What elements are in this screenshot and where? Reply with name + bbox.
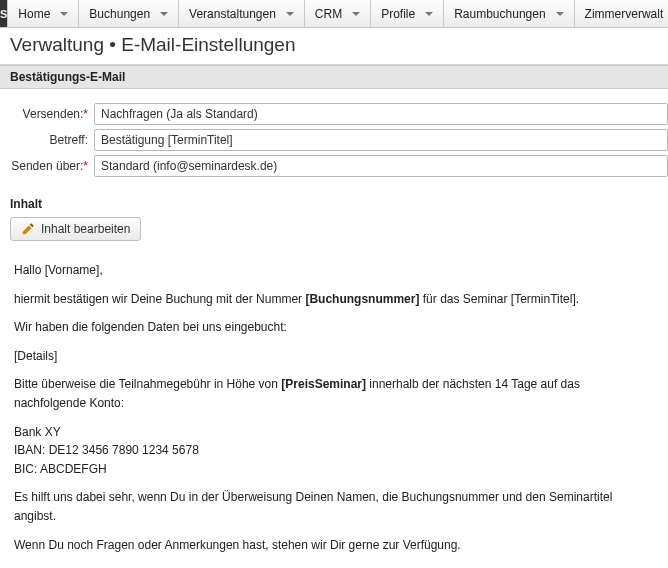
chevron-down-icon (425, 12, 433, 16)
nav-zimmerverwaltung[interactable]: Zimmerverwalt (575, 0, 668, 27)
edit-content-label: Inhalt bearbeiten (41, 222, 130, 236)
section-header: Bestätigungs-E-Mail (0, 65, 668, 89)
nav-buchungen-label: Buchungen (89, 7, 150, 21)
nav-veranstaltungen-label: Veranstaltungen (189, 7, 276, 21)
app-logo[interactable]: S (0, 0, 8, 27)
send-label: Versenden:* (0, 107, 94, 121)
edit-content-button[interactable]: Inhalt bearbeiten (10, 217, 141, 241)
nav-profile[interactable]: Profile (371, 0, 444, 27)
content-heading: Inhalt (0, 191, 668, 215)
subject-label: Betreff: (0, 133, 94, 147)
via-select[interactable] (94, 155, 668, 177)
nav-crm[interactable]: CRM (305, 0, 371, 27)
email-body-preview: Hallo [Vorname], hiermit bestätigen wir … (0, 247, 668, 568)
nav-profile-label: Profile (381, 7, 415, 21)
top-nav: S Home Buchungen Veranstaltungen CRM Pro… (0, 0, 668, 28)
nav-buchungen[interactable]: Buchungen (79, 0, 179, 27)
body-help: Es hilft uns dabei sehr, wenn Du in der … (14, 488, 654, 525)
body-pay: Bitte überweise die Teilnahmegebühr in H… (14, 375, 654, 412)
nav-veranstaltungen[interactable]: Veranstaltungen (179, 0, 305, 27)
nav-home-label: Home (18, 7, 50, 21)
nav-home[interactable]: Home (8, 0, 79, 27)
nav-crm-label: CRM (315, 7, 342, 21)
settings-form: Versenden:* Betreff: Senden über:* (0, 89, 668, 191)
via-label: Senden über:* (0, 159, 94, 173)
body-signature: [[E-Mail-Signatur]] (14, 564, 654, 568)
body-data-intro: Wir haben die folgenden Daten bei uns ei… (14, 318, 654, 337)
nav-zimmerverwaltung-label: Zimmerverwalt (585, 7, 664, 21)
subject-input[interactable] (94, 129, 668, 151)
bank-iban: IBAN: DE12 3456 7890 1234 5678 (14, 441, 654, 460)
page-title: Verwaltung • E-Mail-Einstellungen (0, 28, 668, 65)
body-greeting: Hallo [Vorname], (14, 261, 654, 280)
chevron-down-icon (60, 12, 68, 16)
send-select[interactable] (94, 103, 668, 125)
pencil-icon (21, 222, 35, 236)
bank-name: Bank XY (14, 423, 654, 442)
chevron-down-icon (160, 12, 168, 16)
body-details: [Details] (14, 347, 654, 366)
chevron-down-icon (352, 12, 360, 16)
body-confirm: hiermit bestätigen wir Deine Buchung mit… (14, 290, 654, 309)
chevron-down-icon (556, 12, 564, 16)
bank-bic: BIC: ABCDEFGH (14, 460, 654, 479)
chevron-down-icon (286, 12, 294, 16)
nav-raumbuchungen-label: Raumbuchungen (454, 7, 545, 21)
body-questions: Wenn Du noch Fragen oder Anmerkungen has… (14, 536, 654, 555)
nav-raumbuchungen[interactable]: Raumbuchungen (444, 0, 574, 27)
